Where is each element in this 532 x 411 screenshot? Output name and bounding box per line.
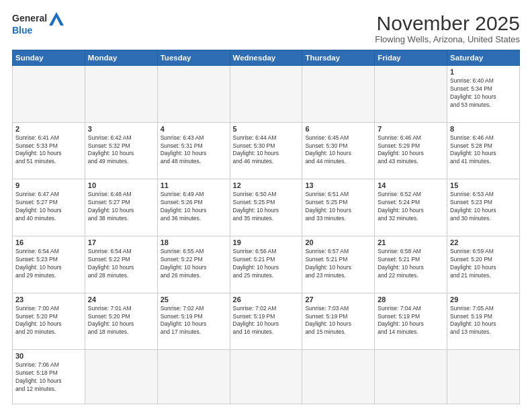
day-info: Sunrise: 6:45 AM Sunset: 5:30 PM Dayligh…	[305, 134, 371, 167]
day-number: 6	[305, 125, 371, 133]
month-title: November 2025	[375, 12, 520, 34]
calendar-cell: 2Sunrise: 6:41 AM Sunset: 5:33 PM Daylig…	[13, 122, 85, 179]
calendar-week-row: 1Sunrise: 6:40 AM Sunset: 5:34 PM Daylig…	[13, 66, 520, 123]
weekday-header-tuesday: Tuesday	[157, 50, 230, 66]
calendar-cell: 27Sunrise: 7:03 AM Sunset: 5:19 PM Dayli…	[302, 293, 375, 350]
day-info: Sunrise: 6:55 AM Sunset: 5:22 PM Dayligh…	[161, 248, 227, 280]
day-info: Sunrise: 7:02 AM Sunset: 5:19 PM Dayligh…	[233, 305, 300, 337]
day-info: Sunrise: 6:41 AM Sunset: 5:33 PM Dayligh…	[15, 134, 82, 167]
day-number: 20	[305, 238, 371, 246]
calendar-cell: 24Sunrise: 7:01 AM Sunset: 5:20 PM Dayli…	[85, 293, 157, 350]
day-number: 10	[88, 181, 154, 189]
calendar-cell: 25Sunrise: 7:02 AM Sunset: 5:19 PM Dayli…	[157, 293, 230, 350]
weekday-header-friday: Friday	[375, 50, 447, 66]
calendar-cell	[447, 350, 520, 404]
day-info: Sunrise: 6:49 AM Sunset: 5:26 PM Dayligh…	[161, 191, 227, 223]
day-number: 5	[233, 125, 300, 133]
calendar-cell: 29Sunrise: 7:05 AM Sunset: 5:19 PM Dayli…	[447, 293, 520, 350]
day-number: 19	[233, 238, 300, 246]
calendar-cell: 10Sunrise: 6:48 AM Sunset: 5:27 PM Dayli…	[85, 179, 157, 236]
day-number: 3	[88, 125, 154, 133]
day-info: Sunrise: 7:03 AM Sunset: 5:19 PM Dayligh…	[305, 305, 371, 337]
day-number: 4	[161, 125, 227, 133]
calendar-cell: 23Sunrise: 7:00 AM Sunset: 5:20 PM Dayli…	[13, 293, 85, 350]
day-info: Sunrise: 6:54 AM Sunset: 5:23 PM Dayligh…	[15, 248, 82, 280]
day-number: 25	[161, 295, 227, 304]
day-number: 30	[15, 352, 82, 360]
day-number: 16	[15, 238, 82, 246]
calendar-cell	[375, 350, 447, 404]
title-block: November 2025 Flowing Wells, Arizona, Un…	[375, 12, 520, 44]
calendar-week-row: 2Sunrise: 6:41 AM Sunset: 5:33 PM Daylig…	[13, 122, 520, 179]
weekday-header-sunday: Sunday	[13, 50, 85, 66]
day-number: 7	[378, 125, 444, 133]
calendar-week-row: 23Sunrise: 7:00 AM Sunset: 5:20 PM Dayli…	[13, 293, 520, 350]
page: General Blue November 2025 Flowing Wells…	[0, 0, 532, 411]
day-number: 22	[450, 238, 517, 246]
day-number: 17	[88, 238, 154, 246]
calendar-cell: 13Sunrise: 6:51 AM Sunset: 5:25 PM Dayli…	[302, 179, 375, 236]
day-info: Sunrise: 6:58 AM Sunset: 5:21 PM Dayligh…	[378, 248, 444, 280]
day-info: Sunrise: 6:50 AM Sunset: 5:25 PM Dayligh…	[233, 191, 300, 223]
day-info: Sunrise: 6:46 AM Sunset: 5:28 PM Dayligh…	[450, 134, 517, 167]
calendar-cell: 7Sunrise: 6:46 AM Sunset: 5:29 PM Daylig…	[375, 122, 447, 179]
calendar-cell: 20Sunrise: 6:57 AM Sunset: 5:21 PM Dayli…	[302, 236, 375, 293]
day-info: Sunrise: 6:47 AM Sunset: 5:27 PM Dayligh…	[15, 191, 82, 223]
calendar-cell: 5Sunrise: 6:44 AM Sunset: 5:30 PM Daylig…	[230, 122, 302, 179]
calendar-cell	[85, 66, 157, 123]
header: General Blue November 2025 Flowing Wells…	[12, 12, 520, 44]
calendar-cell	[230, 350, 302, 404]
calendar-week-row: 30Sunrise: 7:06 AM Sunset: 5:18 PM Dayli…	[13, 350, 520, 404]
day-number: 1	[450, 68, 517, 76]
calendar-table: SundayMondayTuesdayWednesdayThursdayFrid…	[12, 50, 520, 404]
day-info: Sunrise: 6:57 AM Sunset: 5:21 PM Dayligh…	[305, 248, 371, 280]
calendar-cell: 11Sunrise: 6:49 AM Sunset: 5:26 PM Dayli…	[157, 179, 230, 236]
location: Flowing Wells, Arizona, United States	[375, 34, 520, 44]
day-info: Sunrise: 7:06 AM Sunset: 5:18 PM Dayligh…	[15, 361, 82, 394]
day-number: 26	[233, 295, 300, 304]
calendar-cell: 18Sunrise: 6:55 AM Sunset: 5:22 PM Dayli…	[157, 236, 230, 293]
calendar-cell: 14Sunrise: 6:52 AM Sunset: 5:24 PM Dayli…	[375, 179, 447, 236]
calendar-cell: 6Sunrise: 6:45 AM Sunset: 5:30 PM Daylig…	[302, 122, 375, 179]
day-number: 15	[450, 181, 517, 189]
calendar-cell: 8Sunrise: 6:46 AM Sunset: 5:28 PM Daylig…	[447, 122, 520, 179]
day-info: Sunrise: 6:56 AM Sunset: 5:21 PM Dayligh…	[233, 248, 300, 280]
calendar-cell	[13, 66, 85, 123]
day-info: Sunrise: 7:05 AM Sunset: 5:19 PM Dayligh…	[450, 305, 517, 337]
calendar-cell: 30Sunrise: 7:06 AM Sunset: 5:18 PM Dayli…	[13, 350, 85, 404]
weekday-header-saturday: Saturday	[447, 50, 520, 66]
day-number: 9	[15, 181, 82, 189]
calendar-cell: 4Sunrise: 6:43 AM Sunset: 5:31 PM Daylig…	[157, 122, 230, 179]
day-info: Sunrise: 6:44 AM Sunset: 5:30 PM Dayligh…	[233, 134, 300, 167]
calendar-cell: 9Sunrise: 6:47 AM Sunset: 5:27 PM Daylig…	[13, 179, 85, 236]
calendar-cell: 22Sunrise: 6:59 AM Sunset: 5:20 PM Dayli…	[447, 236, 520, 293]
day-info: Sunrise: 6:40 AM Sunset: 5:34 PM Dayligh…	[450, 77, 517, 109]
calendar-cell: 19Sunrise: 6:56 AM Sunset: 5:21 PM Dayli…	[230, 236, 302, 293]
calendar-cell	[302, 350, 375, 404]
day-number: 21	[378, 238, 444, 246]
calendar-cell	[157, 66, 230, 123]
day-number: 14	[378, 181, 444, 189]
day-number: 29	[450, 295, 517, 304]
day-info: Sunrise: 6:48 AM Sunset: 5:27 PM Dayligh…	[88, 191, 154, 223]
day-number: 28	[378, 295, 444, 304]
calendar-week-row: 9Sunrise: 6:47 AM Sunset: 5:27 PM Daylig…	[13, 179, 520, 236]
calendar-cell	[157, 350, 230, 404]
day-number: 23	[15, 295, 82, 304]
weekday-header-wednesday: Wednesday	[230, 50, 302, 66]
calendar-cell: 16Sunrise: 6:54 AM Sunset: 5:23 PM Dayli…	[13, 236, 85, 293]
calendar-week-row: 16Sunrise: 6:54 AM Sunset: 5:23 PM Dayli…	[13, 236, 520, 293]
weekday-header-thursday: Thursday	[302, 50, 375, 66]
weekday-header-monday: Monday	[85, 50, 157, 66]
day-number: 8	[450, 125, 517, 133]
day-info: Sunrise: 7:00 AM Sunset: 5:20 PM Dayligh…	[15, 305, 82, 337]
day-number: 24	[88, 295, 154, 304]
day-info: Sunrise: 6:46 AM Sunset: 5:29 PM Dayligh…	[378, 134, 444, 167]
day-info: Sunrise: 6:59 AM Sunset: 5:20 PM Dayligh…	[450, 248, 517, 280]
blue-triangle-icon	[49, 12, 64, 26]
day-number: 11	[161, 181, 227, 189]
day-info: Sunrise: 6:53 AM Sunset: 5:23 PM Dayligh…	[450, 191, 517, 223]
day-info: Sunrise: 6:42 AM Sunset: 5:32 PM Dayligh…	[88, 134, 154, 167]
calendar-cell: 1Sunrise: 6:40 AM Sunset: 5:34 PM Daylig…	[447, 66, 520, 123]
day-number: 13	[305, 181, 371, 189]
